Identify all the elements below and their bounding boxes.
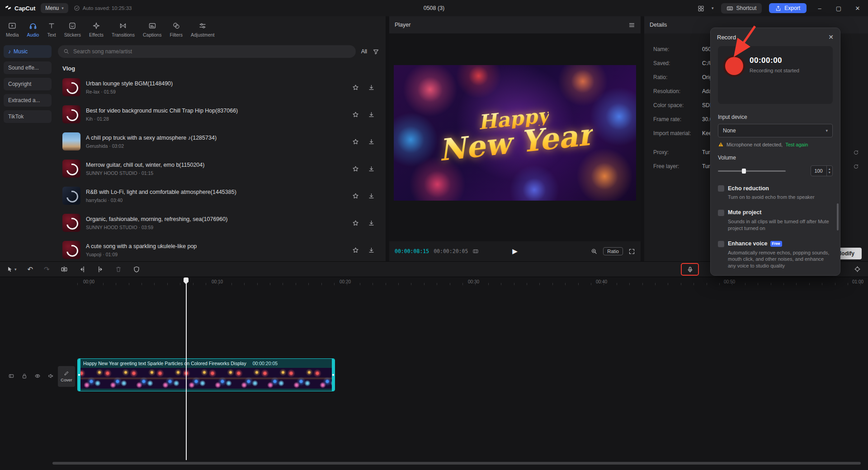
song-row[interactable]: A cute song with a sparkling ukulele-lik… [58, 236, 379, 261]
tab-captions[interactable]: Captions [139, 22, 165, 38]
favorite-star-icon[interactable] [352, 84, 359, 91]
player-header: Player [389, 16, 641, 33]
enhance-voice-checkbox[interactable] [718, 241, 724, 247]
tab-media[interactable]: Media [2, 22, 23, 38]
timeline[interactable]: 00:00 00:10 00:20 00:30 00:40 00:50 01:0… [0, 277, 868, 470]
tab-filters[interactable]: Filters [165, 22, 187, 38]
favorite-star-icon[interactable] [352, 138, 359, 145]
test-again-link[interactable]: Test again [785, 142, 808, 147]
maximize-button[interactable]: ▢ [833, 5, 844, 12]
close-button[interactable]: ✕ [852, 5, 863, 12]
player-panel: Player Happy New Year 00:00:08:15 00:00:… [389, 16, 641, 261]
favorite-star-icon[interactable] [352, 247, 359, 254]
layout-grid-icon[interactable] [698, 5, 704, 12]
frame-view-icon[interactable] [472, 248, 479, 254]
filter-all-button[interactable]: All [361, 48, 367, 55]
category-sound-effects[interactable]: Sound effe... [4, 61, 52, 74]
input-device-select[interactable]: None ▾ [718, 124, 833, 137]
fullscreen-icon[interactable] [628, 248, 635, 255]
stepper-up-icon[interactable]: ▲ [828, 167, 831, 171]
clip-thumbnails [78, 368, 335, 389]
download-icon[interactable] [368, 138, 375, 145]
video-preview[interactable]: Happy New Year [394, 65, 636, 201]
menu-label: Menu [45, 5, 59, 11]
timeline-adapt-icon[interactable] [854, 266, 861, 273]
download-icon[interactable] [368, 247, 375, 254]
category-tiktok[interactable]: TikTok [4, 110, 52, 123]
lock-track-icon[interactable] [21, 373, 28, 379]
dialog-scrollbar[interactable] [837, 203, 839, 230]
timeline-scrollbar[interactable] [52, 462, 861, 465]
tab-label: Captions [143, 32, 161, 38]
cover-button[interactable]: Cover [58, 366, 75, 387]
tab-stickers[interactable]: Stickers [60, 22, 85, 38]
split-button[interactable] [61, 266, 68, 273]
song-row[interactable]: A chill pop truck with a sexy atmosphere… [58, 128, 379, 155]
favorite-star-icon[interactable] [352, 111, 359, 118]
stepper-down-icon[interactable]: ▼ [828, 171, 831, 174]
category-copyright[interactable]: Copyright [4, 78, 52, 90]
tab-transitions[interactable]: Transitions [108, 22, 139, 38]
volume-input[interactable] [811, 166, 826, 176]
export-button[interactable]: Export [769, 3, 807, 13]
echo-reduction-checkbox[interactable] [718, 185, 724, 192]
record-status: Recording not started [750, 68, 799, 73]
select-tool-button[interactable]: ▾ [6, 266, 17, 273]
song-row[interactable]: Organic, fashionable, morning, refreshin… [58, 209, 379, 236]
timeline-ruler[interactable]: 00:00 00:10 00:20 00:30 00:40 00:50 01:0… [0, 277, 868, 287]
toggle-visibility-icon[interactable] [34, 373, 41, 379]
close-icon[interactable]: ✕ [828, 33, 834, 41]
topbar: CapCut Menu ▾ Auto saved: 10:25:33 0508 … [0, 0, 868, 16]
delete-left-button[interactable] [79, 266, 86, 273]
song-list-area: All Vlog Urban lounge style BGM(1148490)… [55, 42, 386, 261]
proxy-refresh-icon[interactable] [853, 150, 859, 155]
section-title: Vlog [62, 65, 379, 72]
play-button[interactable]: ▶ [512, 247, 518, 255]
mute-track-icon[interactable] [47, 373, 54, 379]
filter-icon[interactable] [373, 48, 379, 55]
download-icon[interactable] [368, 220, 375, 226]
adjustment-icon [198, 22, 207, 30]
free-layer-refresh-icon[interactable] [853, 164, 859, 169]
mute-project-checkbox[interactable] [718, 210, 724, 216]
song-row[interactable]: Best for video background music Chill Tr… [58, 101, 379, 128]
download-icon[interactable] [368, 84, 375, 91]
menu-button[interactable]: Menu ▾ [41, 3, 68, 13]
tab-audio[interactable]: Audio [23, 22, 43, 38]
delete-right-button[interactable] [97, 266, 104, 273]
tab-text[interactable]: Text [43, 22, 60, 38]
timeline-clip[interactable]: Happy New Year greeting text Sparkle Par… [77, 358, 335, 391]
download-icon[interactable] [368, 193, 375, 199]
clip-title: Happy New Year greeting text Sparkle Par… [83, 361, 246, 366]
category-music[interactable]: ♪ Music [4, 45, 52, 58]
undo-button[interactable]: ↶ [28, 266, 33, 273]
favorite-star-icon[interactable] [352, 165, 359, 172]
zoom-preview-icon[interactable] [591, 248, 598, 255]
redo-button[interactable]: ↷ [44, 266, 50, 273]
favorite-star-icon[interactable] [352, 220, 359, 226]
mask-button[interactable] [133, 266, 140, 273]
song-row[interactable]: Urban lounge style BGM(1148490) Re-lax ·… [58, 74, 379, 101]
song-row[interactable]: R&B with Lo-Fi, light and comfortable at… [58, 182, 379, 209]
download-icon[interactable] [368, 165, 375, 172]
tab-effects[interactable]: Effects [85, 22, 108, 38]
search-input[interactable] [73, 48, 350, 55]
minimize-button[interactable]: – [814, 5, 826, 12]
layout-caret-icon[interactable]: ▾ [712, 6, 714, 10]
category-extracted[interactable]: Extracted a... [4, 94, 52, 107]
main-track-icon[interactable] [8, 373, 14, 379]
song-row[interactable]: Merrow guitar, chill out, winter, emo b(… [58, 155, 379, 182]
player-menu-icon[interactable] [628, 22, 635, 28]
tab-adjustment[interactable]: Adjustment [187, 22, 219, 38]
shortcut-button[interactable]: Shortcut [721, 3, 762, 14]
microphone-icon [687, 266, 693, 273]
volume-slider-thumb[interactable] [742, 169, 746, 174]
media-icon [8, 22, 16, 30]
record-voiceover-button[interactable] [681, 263, 699, 276]
download-icon[interactable] [368, 111, 375, 118]
favorite-star-icon[interactable] [352, 193, 359, 199]
volume-slider[interactable] [718, 170, 786, 172]
delete-button[interactable] [115, 266, 122, 273]
ratio-button[interactable]: Ratio [603, 247, 623, 255]
record-start-button[interactable] [725, 57, 743, 75]
